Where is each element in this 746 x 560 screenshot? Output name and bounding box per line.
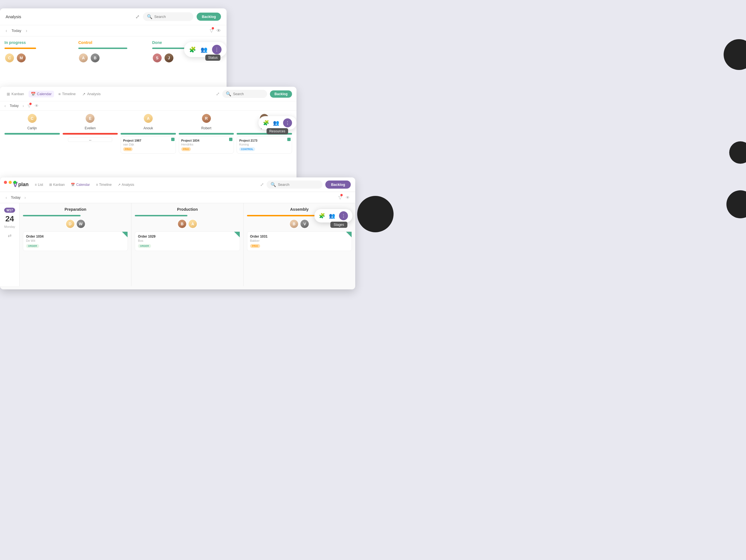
task-card-1029: Order 1029 Bos ORDER <box>135 231 240 251</box>
task-bar-evelien <box>63 133 118 135</box>
nav-timeline-label: Timeline <box>62 92 76 96</box>
avatar-carlijn: C <box>27 113 37 123</box>
dots-icon3[interactable]: ⋮ <box>339 211 348 220</box>
eye-icon2[interactable]: 👁 <box>35 104 38 108</box>
progress-bar-inprogress <box>4 48 36 49</box>
person-name-carlijn: Carlijn <box>27 126 37 130</box>
window2-search[interactable]: 🔍 <box>222 90 267 98</box>
nav-analysis[interactable]: ↗ Analysis <box>80 91 103 97</box>
backlog-button2[interactable]: Backlog <box>270 90 292 98</box>
task-sub-1987: van Dijk <box>123 143 173 146</box>
window2-persons: C Carlijn E Evelien … A Anouk Project 19… <box>0 111 296 157</box>
search-input2[interactable] <box>233 92 264 96</box>
nav3-analysis[interactable]: ↗ Analysis <box>116 181 137 188</box>
dot-yellow[interactable] <box>9 181 12 184</box>
calendar-icon3: 📅 <box>71 183 75 187</box>
av-asm-2: V <box>300 219 309 229</box>
col-title-preparation: Preparation <box>23 207 128 212</box>
prev-arrow[interactable]: ‹ <box>6 28 7 33</box>
task-title-1031: Order 1031 <box>250 234 349 239</box>
task-card-1987: Project 1987 van Dijk PRIO <box>120 136 176 153</box>
next-arrow2[interactable]: › <box>23 104 24 108</box>
task-sub-1031: Bakker <box>250 239 349 242</box>
window3-search[interactable]: 🔍 <box>266 180 322 189</box>
progress-assembly <box>247 215 315 216</box>
corner-flag-1029 <box>234 232 240 237</box>
filter-icon2[interactable]: ▽ <box>28 104 31 108</box>
task-card-1834: Project 1834 Hendriks PRIO <box>179 136 234 153</box>
search-input[interactable] <box>154 15 190 19</box>
corner-tag-1834 <box>229 138 232 141</box>
task-title-1034: Order 1034 <box>26 234 125 239</box>
kanban-icon: ⊞ <box>7 92 10 96</box>
dot-red[interactable] <box>4 181 7 184</box>
filter-dot2 <box>29 103 32 105</box>
progress-production <box>135 215 188 216</box>
status-tooltip: Status <box>205 55 221 61</box>
nav-timeline[interactable]: ≡ Timeline <box>56 91 78 97</box>
deco-circle-1 <box>724 39 746 70</box>
nav-analysis-label: Analysis <box>87 92 101 96</box>
avatar-anouk: A <box>143 113 153 123</box>
nav3-timeline-label: Timeline <box>99 183 112 187</box>
window3-subbar: ‹ Today › ▽ 👁 <box>0 192 355 203</box>
shuffle-icon[interactable]: ⇄ <box>8 233 11 238</box>
dot-green[interactable] <box>13 181 17 184</box>
today-button[interactable]: Today <box>11 29 21 33</box>
window3-topbar: V plan ≡ List ⊞ Kanban 📅 Calendar ≡ Time… <box>0 177 355 192</box>
corner-flag-1034 <box>122 232 127 237</box>
prev-arrow3[interactable]: ‹ <box>6 195 7 200</box>
nav3-kanban[interactable]: ⊞ Kanban <box>47 181 67 188</box>
nav-calendar[interactable]: 📅 Calendar <box>29 91 54 97</box>
avatar-5: S <box>152 53 162 63</box>
filter-icon[interactable]: ▽ <box>210 28 213 33</box>
puzzle-icon[interactable]: 🧩 <box>189 46 196 53</box>
window2-subbar: ‹ Today › ▽ 👁 <box>0 101 296 111</box>
backlog-button[interactable]: Backlog <box>197 12 221 21</box>
dots-icon2[interactable]: ⋮ <box>283 118 292 127</box>
nav3-list[interactable]: ≡ List <box>32 181 45 188</box>
window2-topbar: ⊞ Kanban 📅 Calendar ≡ Timeline ↗ Analysi… <box>0 87 296 101</box>
avatars-control: A B <box>78 53 148 63</box>
week-badge: W17 <box>4 208 15 213</box>
next-arrow3[interactable]: › <box>24 195 26 200</box>
task-bar-anouk <box>120 133 176 135</box>
window1-search[interactable]: 🔍 <box>143 12 193 21</box>
person-name-robert: Robert <box>201 126 211 130</box>
today-button2[interactable]: Today <box>10 104 19 108</box>
expand-icon[interactable]: ⤢ <box>135 14 140 20</box>
col-preparation: Preparation D W Order 1034 De Wit ORDER <box>20 203 132 286</box>
day-number: 24 <box>5 215 14 223</box>
puzzle-icon2[interactable]: 🧩 <box>263 120 269 126</box>
nav3-analysis-label: Analysis <box>122 183 134 187</box>
filter-icon3[interactable]: ▽ <box>339 195 342 200</box>
nav3-calendar[interactable]: 📅 Calendar <box>68 181 92 188</box>
window-1: Analysis ⤢ 🔍 Backlog ‹ Today › ▽ 👁 In pr… <box>0 8 227 98</box>
timeline-icon: ≡ <box>58 92 61 96</box>
backlog-button3[interactable]: Backlog <box>325 180 351 189</box>
dots-icon[interactable]: ⋮ <box>212 45 222 54</box>
window-2: ⊞ Kanban 📅 Calendar ≡ Timeline ↗ Analysi… <box>0 87 296 182</box>
next-arrow[interactable]: › <box>26 28 27 33</box>
people-icon3[interactable]: 👥 <box>329 213 335 219</box>
avatar-robert: R <box>201 113 211 123</box>
window3-content: W17 24 Monday ⇄ Preparation D W Order 10… <box>0 203 355 286</box>
person-evelien: E Evelien … <box>63 113 118 153</box>
expand-icon3[interactable]: ⤢ <box>260 182 264 187</box>
today-button3[interactable]: Today <box>11 195 21 199</box>
nav3-timeline[interactable]: ≡ Timeline <box>94 181 114 188</box>
people-icon[interactable]: 👥 <box>201 46 207 53</box>
prev-arrow2[interactable]: ‹ <box>4 104 6 108</box>
eye-icon[interactable]: 👁 <box>217 28 221 33</box>
puzzle-icon3[interactable]: 🧩 <box>319 213 325 219</box>
eye-icon3[interactable]: 👁 <box>346 195 350 200</box>
task-sub-1034: De Wit <box>26 239 125 242</box>
nav-kanban-label: Kanban <box>11 92 24 96</box>
search-input3[interactable] <box>278 183 319 187</box>
window1-subbar: ‹ Today › ▽ 👁 <box>0 25 227 36</box>
people-icon2[interactable]: 👥 <box>273 120 279 126</box>
task-card-2173: Project 2173 Koning CONTROL <box>237 136 292 153</box>
nav-kanban[interactable]: ⊞ Kanban <box>4 91 26 97</box>
badge-control-2173: CONTROL <box>239 147 255 151</box>
expand-icon2[interactable]: ⤢ <box>216 91 220 96</box>
